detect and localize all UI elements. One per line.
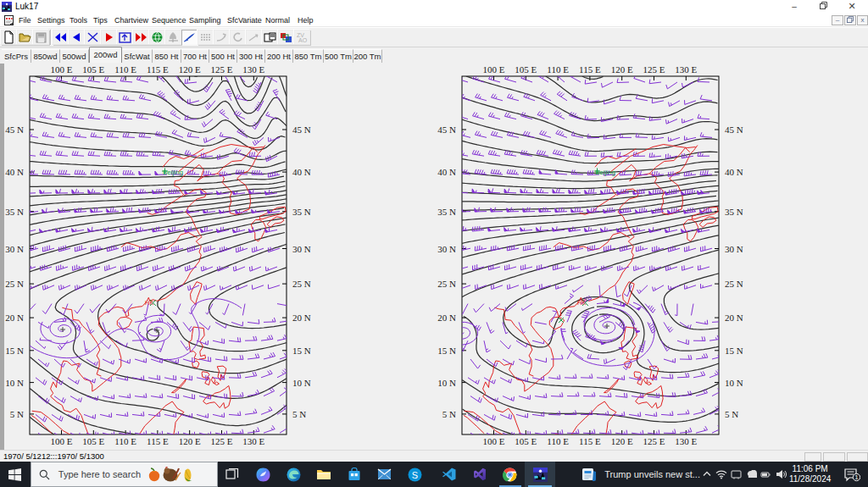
svg-text:35 N: 35 N [725,207,743,217]
svg-text:20 N: 20 N [725,313,743,323]
svg-text:115 E: 115 E [147,436,169,446]
svg-text:105 E: 105 E [515,64,537,75]
svg-text:15 N: 15 N [292,346,311,356]
svg-text:S: S [412,469,418,479]
svg-text:5 N: 5 N [10,409,24,419]
svg-text:5 N: 5 N [292,409,306,419]
svg-text:105 E: 105 E [515,436,537,446]
svg-text:20 N: 20 N [5,313,24,323]
svg-text:HK: HK [145,299,153,307]
svg-text:10 N: 10 N [725,378,743,388]
svg-text:25 N: 25 N [5,279,24,289]
svg-text:130 E: 130 E [675,436,697,446]
svg-text:100 E: 100 E [51,436,73,446]
svg-text:115 E: 115 E [579,64,601,75]
svg-text:45 N: 45 N [725,125,743,135]
svg-text:40 N: 40 N [725,167,743,177]
svg-text:130 E: 130 E [675,64,697,75]
svg-text:30 N: 30 N [437,244,456,254]
svg-text:15 N: 15 N [5,346,24,356]
svg-text:1: 1 [854,473,859,481]
svg-text:110 E: 110 E [114,64,136,75]
svg-text:AO: AO [298,37,308,43]
svg-text:25 N: 25 N [292,279,311,289]
svg-text:125 E: 125 E [643,64,665,75]
svg-text:45 N: 45 N [5,125,24,135]
svg-text:100 E: 100 E [483,64,505,75]
svg-text:5 N: 5 N [725,409,738,419]
svg-text:120 E: 120 E [611,436,633,446]
svg-text:125 E: 125 E [211,64,233,75]
svg-text:10 N: 10 N [437,378,456,388]
svg-text:15 N: 15 N [437,346,456,356]
svg-text:15 N: 15 N [725,346,743,356]
svg-text:30 N: 30 N [5,244,24,254]
svg-text:110 E: 110 E [114,436,136,446]
svg-text:10 N: 10 N [5,378,24,388]
svg-text:5 N: 5 N [442,409,456,419]
svg-text:30 N: 30 N [292,244,311,254]
svg-text:Beijing: Beijing [163,169,183,176]
svg-text:45 N: 45 N [437,125,456,135]
svg-text:130 E: 130 E [242,64,264,75]
svg-text:100 E: 100 E [51,64,73,75]
svg-text:110 E: 110 E [547,64,569,75]
svg-text:25 N: 25 N [437,279,456,289]
svg-text:110 E: 110 E [547,436,569,446]
svg-text:125 E: 125 E [643,436,665,446]
svg-text:30 N: 30 N [725,244,743,254]
svg-text:115 E: 115 E [579,436,601,446]
svg-text:120 E: 120 E [179,64,201,75]
svg-text:40 N: 40 N [437,167,456,177]
svg-text:115 E: 115 E [147,64,169,75]
svg-text:130 E: 130 E [242,436,264,446]
svg-text:25 N: 25 N [725,279,743,289]
svg-text:120 E: 120 E [179,436,201,446]
svg-text:20 N: 20 N [292,313,311,323]
svg-text:35 N: 35 N [5,207,24,217]
svg-text:105 E: 105 E [82,436,104,446]
svg-text:120 E: 120 E [611,64,633,75]
svg-text:125 E: 125 E [211,436,233,446]
svg-text:HK: HK [577,299,586,307]
svg-text:10 N: 10 N [292,378,311,388]
svg-text:40 N: 40 N [5,167,24,177]
svg-text:35 N: 35 N [292,207,311,217]
svg-text:35 N: 35 N [437,207,456,217]
svg-text:45 N: 45 N [292,125,311,135]
svg-text:Beijing: Beijing [595,169,615,176]
svg-text:100 E: 100 E [483,436,505,446]
svg-text:40 N: 40 N [292,167,311,177]
svg-text:20 N: 20 N [437,313,456,323]
svg-text:105 E: 105 E [82,64,104,75]
